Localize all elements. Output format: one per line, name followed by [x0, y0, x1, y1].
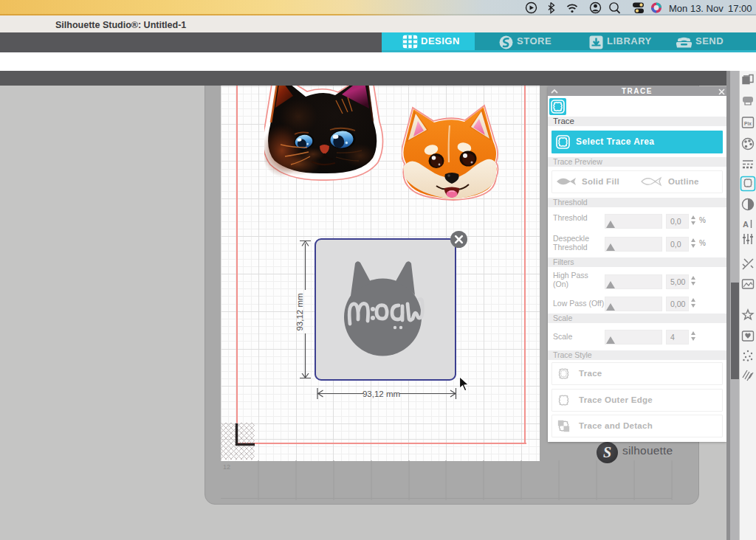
- svg-text:93,12 mm: 93,12 mm: [295, 293, 304, 330]
- svg-text:93,12 mm: 93,12 mm: [362, 390, 400, 398]
- svg-text:A: A: [743, 220, 749, 229]
- svg-text:Pix: Pix: [744, 121, 752, 126]
